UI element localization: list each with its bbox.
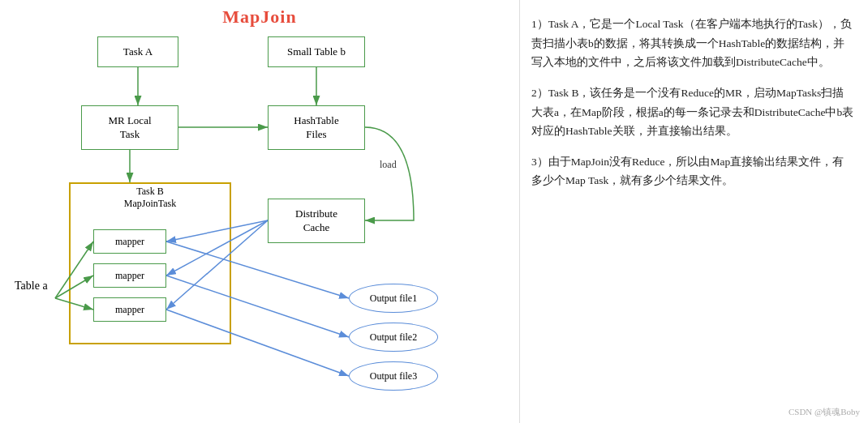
para3: 3）由于MapJoin没有Reduce，所以由Map直接输出结果文件，有多少个M… [531,152,855,190]
mr-local-task-box: MR Local Task [81,105,178,150]
table-a-label: Table a [15,280,48,293]
mapper2-box: mapper [93,263,166,288]
main-container: MapJoin Task A Small Table b MR Local Ta… [0,0,868,423]
output-file2: Output file2 [349,323,438,352]
output-file1: Output file1 [349,284,438,313]
output-file3: Output file3 [349,361,438,391]
taskb-label: Task B MapJoinTask [69,182,231,210]
watermark: CSDN @镇魂Boby [789,406,860,418]
para2: 2）Task B，该任务是一个没有Reduce的MR，启动MapTasks扫描大… [531,83,855,141]
text-area: 1）Task A，它是一个Local Task（在客户端本地执行的Task），负… [519,0,868,423]
svg-text:load: load [380,159,397,170]
hashtable-files-box: HashTable Files [268,105,365,150]
mapper1-box: mapper [93,229,166,254]
small-table-b-box: Small Table b [268,36,365,67]
distribute-cache-box: Distribute Cache [268,199,365,243]
mapper3-box: mapper [93,297,166,322]
para1: 1）Task A，它是一个Local Task（在客户端本地执行的Task），负… [531,15,855,72]
diagram-area: MapJoin Task A Small Table b MR Local Ta… [0,0,519,423]
page-title: MapJoin [0,0,519,28]
task-a-box: Task A [97,36,178,67]
